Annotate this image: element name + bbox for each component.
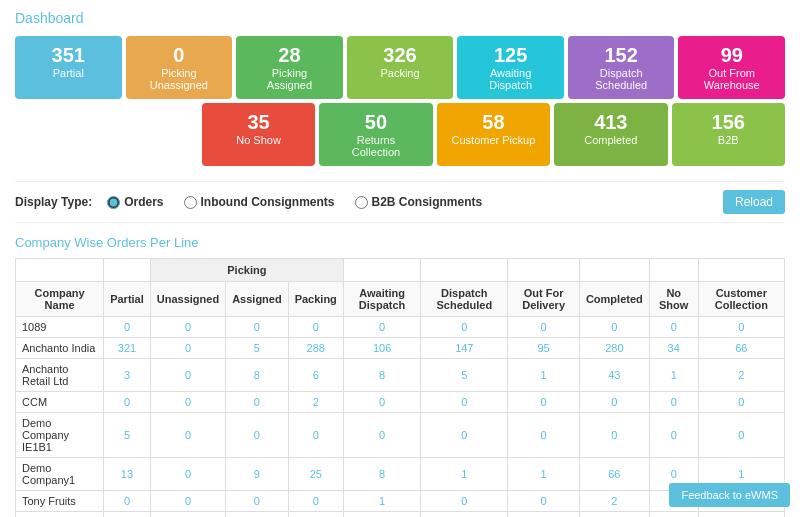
column-header: Dispatch Scheduled (421, 282, 508, 317)
cell-packing: 0 (288, 491, 343, 512)
column-header: Awaiting Dispatch (343, 282, 420, 317)
cell-unassigned: 0 (150, 338, 225, 359)
tile-spacer (15, 103, 104, 166)
cell-out: 0 (508, 413, 580, 458)
cell-noshow: 0 (649, 317, 698, 338)
cell-unassigned: 0 (150, 317, 225, 338)
cell-dispatch: 5 (421, 359, 508, 392)
cell-partial: 3 (104, 359, 151, 392)
cell-assigned: 0 (226, 317, 289, 338)
cell-awaiting: 0 (343, 392, 420, 413)
column-header: No Show (649, 282, 698, 317)
column-header: Company Name (16, 282, 104, 317)
cell-out: 1 (508, 458, 580, 491)
cell-assigned: 0 (226, 413, 289, 458)
cell-unassigned: 0 (150, 392, 225, 413)
cell-assigned: 0 (226, 392, 289, 413)
cell-packing: 0 (288, 413, 343, 458)
cell-completed: 2 (579, 491, 649, 512)
cell-completed: 43 (579, 359, 649, 392)
cell-partial: 321 (104, 338, 151, 359)
cell-assigned: 9 (226, 458, 289, 491)
reload-button[interactable]: Reload (723, 190, 785, 214)
table-row: Demo Company IE1B15000000000 (16, 413, 785, 458)
cell-noshow: 35 (649, 512, 698, 518)
cell-noshow: 1 (649, 359, 698, 392)
stat-tile[interactable]: 28Picking Assigned (236, 36, 343, 99)
cell-awaiting: 8 (343, 458, 420, 491)
stat-tile[interactable]: 99Out From Warehouse (678, 36, 785, 99)
cell-noshow: 0 (649, 392, 698, 413)
cell-dispatch: 0 (421, 491, 508, 512)
cell-partial: 0 (104, 491, 151, 512)
cell-partial: 13 (104, 458, 151, 491)
cell-packing: 321 (288, 512, 343, 518)
cell-partial: 0 (104, 392, 151, 413)
column-header: Packing (288, 282, 343, 317)
cell-partial: 5 (104, 413, 151, 458)
stat-tile[interactable]: 58Customer Pickup (437, 103, 550, 166)
column-header: Customer Collection (698, 282, 784, 317)
cell-awaiting: 8 (343, 359, 420, 392)
cell-collection: 66 (698, 338, 784, 359)
tile-spacer (108, 103, 197, 166)
cell-out: 97 (508, 512, 580, 518)
column-header: Unassigned (150, 282, 225, 317)
cell-collection: 0 (698, 512, 784, 518)
stat-tile[interactable]: 35No Show (202, 103, 315, 166)
cell-noshow: 34 (649, 338, 698, 359)
cell-unassigned: 0 (150, 491, 225, 512)
cell-unassigned: 0 (150, 458, 225, 491)
radio-b2b[interactable]: B2B Consignments (355, 195, 483, 209)
cell-completed: 0 (579, 317, 649, 338)
stat-tile[interactable]: 152Dispatch Scheduled (568, 36, 675, 99)
section-title: Company Wise Orders Per Line (15, 235, 785, 250)
cell-unassigned: 0 (150, 512, 225, 518)
cell-company: 1089 (16, 317, 104, 338)
stat-tile[interactable]: 156B2B (672, 103, 785, 166)
cell-out: 0 (508, 491, 580, 512)
table-row: Total34202232112315397391350 (16, 512, 785, 518)
radio-orders[interactable]: Orders (107, 195, 163, 209)
column-header: Partial (104, 282, 151, 317)
cell-packing: 288 (288, 338, 343, 359)
page-title: Dashboard (15, 10, 785, 26)
feedback-button[interactable]: Feedback to eWMS (669, 483, 790, 507)
table-row: Anchanto Retail Ltd30868514312 (16, 359, 785, 392)
cell-dispatch: 0 (421, 317, 508, 338)
cell-noshow: 0 (649, 413, 698, 458)
stat-tile[interactable]: 413Completed (554, 103, 667, 166)
cell-company: Tony Fruits (16, 491, 104, 512)
cell-packing: 6 (288, 359, 343, 392)
table-row: 10890000000000 (16, 317, 785, 338)
cell-company: Demo Company IE1B1 (16, 413, 104, 458)
cell-partial: 0 (104, 317, 151, 338)
cell-awaiting: 106 (343, 338, 420, 359)
cell-completed: 391 (579, 512, 649, 518)
stat-tile[interactable]: 0Picking Unassigned (126, 36, 233, 99)
cell-dispatch: 1 (421, 458, 508, 491)
stat-tile[interactable]: 326Packing (347, 36, 454, 99)
cell-awaiting: 0 (343, 317, 420, 338)
cell-completed: 0 (579, 392, 649, 413)
stat-tile[interactable]: 125Awaiting Dispatch (457, 36, 564, 99)
cell-company: Total (16, 512, 104, 518)
cell-unassigned: 0 (150, 413, 225, 458)
cell-company: CCM (16, 392, 104, 413)
radio-inbound[interactable]: Inbound Consignments (184, 195, 335, 209)
cell-company: Anchanto Retail Ltd (16, 359, 104, 392)
stat-tile[interactable]: 50Returns Collection (319, 103, 432, 166)
cell-collection: 0 (698, 392, 784, 413)
stat-tile[interactable]: 351Partial (15, 36, 122, 99)
table-row: CCM0002000000 (16, 392, 785, 413)
cell-assigned: 8 (226, 359, 289, 392)
cell-dispatch: 147 (421, 338, 508, 359)
cell-company: Anchanto India (16, 338, 104, 359)
cell-assigned: 0 (226, 491, 289, 512)
cell-packing: 0 (288, 317, 343, 338)
cell-unassigned: 0 (150, 359, 225, 392)
cell-collection: 2 (698, 359, 784, 392)
cell-partial: 342 (104, 512, 151, 518)
cell-completed: 0 (579, 413, 649, 458)
table-row: Anchanto India32105288106147952803466 (16, 338, 785, 359)
